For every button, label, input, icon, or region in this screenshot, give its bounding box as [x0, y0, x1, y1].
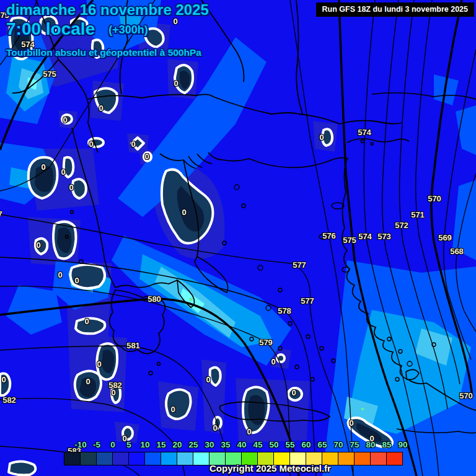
- forecast-offset: (+300h): [108, 24, 148, 36]
- zero-contour-label: 0: [69, 183, 73, 192]
- date-title: dimanche 16 novembre 2025: [6, 1, 209, 19]
- zero-contour-label: 0: [99, 104, 103, 113]
- zero-contour-label: 0: [144, 152, 149, 161]
- height-contour-label: 581: [126, 341, 140, 350]
- colorbar-cell: [338, 452, 355, 465]
- zero-contour-label: 0: [170, 405, 175, 414]
- zero-contour-label: 0: [319, 133, 324, 142]
- zero-contour-label: 0: [271, 357, 275, 366]
- map-header: dimanche 16 novembre 2025 7:00 locale(+3…: [6, 1, 209, 58]
- height-contour-label: 568: [450, 247, 464, 256]
- zero-contour-label: 0: [41, 162, 45, 172]
- colorbar-cell: [370, 452, 387, 465]
- run-info-box: Run GFS 18Z du lundi 3 novembre 2025: [316, 2, 474, 17]
- height-contour-label: 571: [411, 210, 425, 219]
- zero-contour-label: 0: [213, 423, 217, 433]
- colorbar-cell: [177, 452, 193, 465]
- zero-contour-label: 0: [247, 427, 251, 436]
- height-contour-label: 575: [43, 69, 56, 79]
- colorbar-cell: [64, 452, 81, 465]
- colorbar-cell: [112, 452, 129, 465]
- zero-contour-label: 0: [97, 359, 101, 369]
- colorbar-cell: [128, 452, 145, 465]
- map-canvas: [0, 0, 476, 476]
- colorbar-cell: [144, 452, 161, 465]
- height-contour-label: 572: [395, 221, 408, 230]
- height-contour-label: 580: [148, 294, 161, 304]
- height-contour-label: 575: [343, 236, 356, 245]
- colorbar-tick-label: 90: [392, 440, 413, 449]
- time-title: 7:00 locale: [6, 19, 95, 38]
- colorbar-cell: [96, 452, 113, 465]
- zero-contour-label: 0: [1, 375, 6, 384]
- height-contour-label: 577: [301, 296, 314, 306]
- zero-contour-label: 0: [182, 208, 186, 217]
- height-contour-label: 570: [428, 194, 441, 203]
- height-contour-label: 569: [438, 233, 452, 242]
- zero-contour-label: 0: [174, 79, 178, 88]
- colorbar-cell: [386, 452, 403, 465]
- zero-contour-label: 0: [84, 317, 89, 326]
- colorbar-cell: [193, 452, 209, 465]
- zero-contour-label: 0: [61, 167, 65, 177]
- zero-contour-label: 0: [206, 375, 210, 384]
- weather-map-page: 5755745755775745705715725735745755765695…: [0, 0, 476, 476]
- zero-contour-label: 0: [89, 139, 93, 149]
- colorbar-cell: [354, 452, 371, 465]
- colorbar-cell: [80, 452, 97, 465]
- height-contour-label: 574: [358, 232, 372, 241]
- height-contour-label: 582: [2, 395, 16, 405]
- zero-contour-label: 0: [131, 139, 135, 149]
- zero-contour-label: 0: [74, 276, 79, 285]
- zero-contour-label: 0: [58, 270, 62, 280]
- height-contour-label: 574: [358, 128, 371, 137]
- zero-contour-label: 0: [111, 388, 115, 397]
- copyright: Copyright 2025 Meteociel.fr: [209, 463, 331, 474]
- colorbar-cell: [161, 452, 177, 465]
- zero-contour-label: 0: [291, 388, 296, 397]
- zero-contour-label: 0: [36, 240, 40, 250]
- height-contour-label: 570: [459, 391, 473, 400]
- map-subtitle: Tourbillon absolu et géopotentiel à 500h…: [6, 47, 209, 58]
- height-contour-label: 577: [293, 260, 306, 270]
- height-contour-label: 579: [259, 338, 273, 347]
- zero-contour-label: 0: [349, 418, 353, 428]
- height-contour-label: 577: [0, 209, 2, 219]
- zero-contour-label: 0: [86, 377, 90, 386]
- height-contour-label: 573: [377, 232, 391, 241]
- zero-contour-label: 0: [63, 115, 67, 125]
- height-contour-label: 576: [322, 231, 336, 240]
- height-contour-label: 578: [278, 306, 291, 315]
